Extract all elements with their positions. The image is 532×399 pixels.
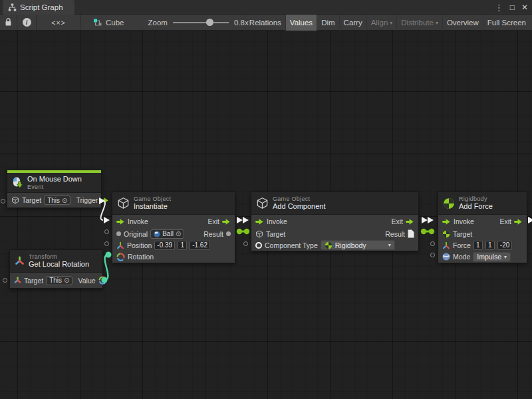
node-category: Game Object	[134, 196, 171, 202]
lock-button[interactable]	[0, 15, 17, 30]
original-input-port[interactable]	[116, 231, 121, 236]
port-label-exit: Exit	[391, 217, 403, 225]
graph-reference[interactable]: Cube	[93, 15, 124, 30]
port-label-invoke: Invoke	[454, 217, 474, 225]
value-port-dot[interactable]	[429, 229, 434, 234]
titlebar: Script Graph ⋮ □ ✕	[0, 0, 532, 15]
node-get-local-rotation[interactable]: Transform Get Local Rotation Target This…	[9, 249, 103, 289]
flow-arrow[interactable]	[428, 217, 434, 223]
force-x-input[interactable]: 1	[473, 241, 483, 250]
maximize-icon[interactable]: □	[510, 3, 515, 11]
port-label-target: Target	[266, 230, 285, 238]
value-port-dot[interactable]	[237, 229, 242, 234]
node-add-force[interactable]: Rigidbody Add Force Invoke Exit Target F…	[438, 192, 527, 263]
carry-button[interactable]: Carry	[339, 15, 366, 31]
force-z-input[interactable]: -20	[497, 241, 512, 250]
enum-icon[interactable]	[442, 253, 450, 261]
node-title: Add Component	[273, 202, 326, 211]
edge-port-ring[interactable]	[104, 241, 109, 246]
game-object-icon	[256, 197, 269, 209]
edge-port-ring[interactable]	[430, 253, 435, 257]
target-value-pill[interactable]: This ⊙	[44, 196, 70, 205]
vector3-icon[interactable]	[442, 241, 450, 249]
invoke-input-port[interactable]	[116, 218, 125, 225]
node-category: Transform	[29, 253, 89, 260]
toolbar-buttons: Relations Values Dim Carry Align ▾ Distr…	[245, 15, 530, 31]
vector3-icon[interactable]	[116, 241, 124, 249]
fullscreen-button[interactable]: Full Screen	[483, 15, 530, 31]
port-label-exit: Exit	[499, 217, 511, 225]
position-x-input[interactable]: -0.39	[154, 241, 175, 250]
flow-arrow[interactable]	[237, 217, 243, 223]
position-y-input[interactable]: 1	[178, 241, 187, 250]
rotation-output-port[interactable]	[98, 276, 107, 285]
port-label-trigger: Trigger	[76, 196, 98, 204]
dim-button[interactable]: Dim	[317, 15, 338, 31]
value-port-dot[interactable]	[421, 229, 426, 234]
node-title: Instantiate	[134, 202, 171, 211]
node-category: Game Object	[273, 196, 326, 202]
node-instantiate[interactable]: Game Object Instantiate Invoke Exit Orig…	[112, 192, 235, 263]
edge-port-ring[interactable]	[104, 229, 109, 234]
edge-port-ring[interactable]	[3, 278, 7, 283]
object-picker-icon[interactable]: ⊙	[176, 230, 181, 237]
port-label-mode: Mode	[453, 253, 470, 261]
zoom-slider-thumb[interactable]	[206, 19, 213, 26]
rigidbody-icon	[325, 241, 332, 249]
info-button[interactable]: i	[17, 15, 37, 30]
overview-button[interactable]: Overview	[442, 15, 483, 31]
node-add-component[interactable]: Game Object Add Component Invoke Exit Ta…	[251, 192, 419, 251]
port-label-result: Result	[203, 230, 223, 238]
edge-port-ring[interactable]	[243, 241, 248, 246]
port-label-target: Target	[22, 196, 41, 204]
component-type-dropdown[interactable]: Rigidbody ▾	[321, 240, 395, 250]
tab-script-graph[interactable]: Script Graph	[3, 0, 74, 15]
flow-arrow[interactable]	[528, 217, 532, 223]
toolbar: i <×> Cube Zoom 0.8x Relations Values Di…	[0, 15, 532, 31]
close-icon[interactable]: ✕	[521, 3, 528, 11]
result-output-port[interactable]	[226, 231, 231, 236]
game-object-icon[interactable]	[255, 230, 263, 238]
window-menu-icon[interactable]: ⋮	[495, 3, 503, 12]
inspect-toggle-button[interactable]: <×>	[37, 15, 81, 30]
value-port-dot[interactable]	[106, 252, 112, 258]
object-picker-icon[interactable]: ⊙	[62, 197, 67, 204]
lock-icon	[5, 18, 12, 27]
invoke-input-port[interactable]	[255, 218, 264, 225]
flow-arrow[interactable]	[422, 217, 428, 223]
flow-arrow[interactable]	[243, 217, 249, 223]
zoom-slider[interactable]	[173, 18, 229, 27]
rotation-input-port[interactable]	[116, 253, 125, 261]
port-label-component-type: Component Type	[265, 241, 318, 249]
graph-name: Cube	[106, 19, 124, 27]
values-button[interactable]: Values	[285, 15, 317, 31]
flow-arrow[interactable]	[104, 217, 110, 223]
graph-canvas[interactable]: On Mouse Down Event Target This ⊙ Trigge…	[0, 31, 532, 399]
position-z-input[interactable]: -1.62	[190, 241, 210, 250]
original-value-pill[interactable]: Ball ⊙	[150, 229, 184, 239]
relations-button[interactable]: Relations	[245, 15, 285, 31]
rigidbody-icon[interactable]	[442, 230, 450, 238]
trigger-output-port[interactable]	[100, 197, 109, 204]
rigidbody-icon	[443, 198, 455, 209]
exit-output-port[interactable]	[514, 218, 523, 225]
port-label-force: Force	[453, 241, 471, 249]
node-on-mouse-down[interactable]: On Mouse Down Event Target This ⊙ Trigge…	[7, 170, 102, 208]
edge-port-ring[interactable]	[1, 199, 5, 203]
align-button[interactable]: Align ▾	[366, 15, 397, 31]
force-y-input[interactable]: 1	[485, 241, 495, 250]
invoke-input-port[interactable]	[442, 218, 451, 225]
component-result-port[interactable]	[408, 229, 414, 238]
value-port-dot[interactable]	[244, 229, 249, 234]
port-label-invoke: Invoke	[267, 217, 287, 225]
exit-output-port[interactable]	[406, 218, 414, 225]
info-icon: i	[23, 18, 31, 27]
distribute-button[interactable]: Distribute ▾	[396, 15, 442, 31]
component-type-port[interactable]	[255, 242, 262, 249]
force-mode-dropdown[interactable]: Impulse ▾	[473, 252, 511, 262]
exit-output-port[interactable]	[222, 218, 231, 225]
node-category: Rigidbody	[459, 196, 493, 202]
object-picker-icon[interactable]: ⊙	[64, 277, 69, 284]
target-value-pill[interactable]: This ⊙	[46, 276, 72, 285]
edge-port-ring[interactable]	[430, 241, 435, 246]
